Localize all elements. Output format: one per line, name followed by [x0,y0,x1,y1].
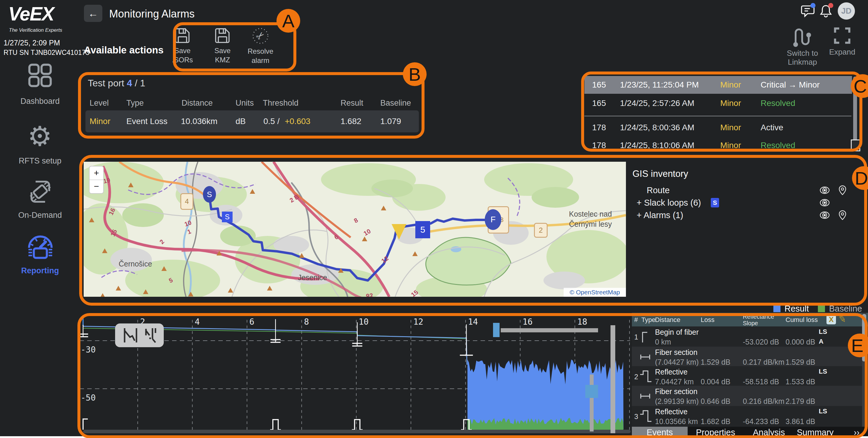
sidebar-item-on-demand[interactable]: On-Demand [0,178,80,223]
road-badge: 2 [534,223,548,238]
sidebar-item-label: On-Demand [0,211,80,220]
event-type-reflective-icon [640,410,653,424]
event-row[interactable]: 3 Reflective 10.03566 km 1.682 dB -64.23… [632,406,863,426]
col-loss: Loss [701,316,714,324]
forest-symbol [128,182,133,187]
trace-v-zoom-handle[interactable] [585,385,598,398]
event-row[interactable]: Fiber section (2.99139 km) 0.646 dB 0.21… [632,386,863,406]
locate-pin-icon[interactable] [838,185,847,197]
action-label: Save [215,47,231,55]
trace-pan-tool-icon[interactable] [144,327,158,345]
forest-symbol [116,286,121,291]
export-excel-icon[interactable]: X [827,315,836,324]
col-level: Level [90,98,109,108]
linkmap-icon [793,43,812,48]
alarm-group-divider [584,116,851,116]
route-map[interactable]: Černošice Jesenice Kostelec nad Černými … [84,162,626,297]
event-row[interactable]: 2 Reflective 7.04427 km 0.004 dB -58.518… [632,366,863,386]
svg-text:14: 14 [468,317,478,327]
event-type-reflective-icon [640,370,653,384]
visibility-eye-icon[interactable] [819,186,830,195]
avatar[interactable]: JD [838,2,855,20]
visibility-eye-icon[interactable] [819,211,830,220]
expand-icon [834,40,850,45]
route-start-marker[interactable]: S [203,186,216,203]
test-port-subport: / 1 [135,78,145,88]
zoom-out-button[interactable]: − [90,180,103,193]
slack-loop-marker-s[interactable]: S [222,211,232,222]
save-kmz-button[interactable]: Save KMZ [205,27,240,64]
forest-symbol [143,289,148,294]
trace-v-zoom-track[interactable] [590,375,594,432]
alarm-history-row[interactable]: 178 1/24/25, 8:00:36 AM Minor Active [584,119,852,137]
resolve-alarm-button[interactable]: ✂ Resolve alarm [243,27,278,65]
forest-symbol [102,249,107,253]
forest-symbol [338,268,343,273]
event-row[interactable]: Fiber section (7.04427 km) 1.529 dB 0.21… [632,347,863,366]
trace-zoom-tool-icon[interactable] [122,327,139,345]
trace-h-scroll-track[interactable] [501,328,598,332]
col-num: # [634,316,638,324]
action-label: KMZ [215,56,230,64]
osm-attribution[interactable]: © OpenStreetMap [564,288,626,297]
locate-pin-icon[interactable] [838,210,847,222]
zoom-in-button[interactable]: + [90,167,103,180]
gis-alarms-item[interactable]: + Alarms (1) [637,210,683,220]
notifications-badge [828,3,833,8]
map-zoom-control: + − [89,166,104,194]
alarm-history-row[interactable]: 165 1/23/25, 11:25:04 PM Minor Critical … [584,76,852,94]
svg-text:A: A [282,11,294,31]
col-result: Result [341,98,363,108]
gis-route-item[interactable]: Route [647,185,670,195]
gis-slack-loops-item[interactable]: + Slack loops (6) [637,198,701,208]
svg-text:18: 18 [577,317,587,327]
alarm-history-row[interactable]: 178 1/24/25, 8:10:06 AM Minor Resolved [584,137,852,154]
test-port-alarm-row[interactable]: Minor Event Loss 10.036km dB 0.5 / +0.60… [86,110,419,133]
trace-h-scroll-handle[interactable] [493,323,500,337]
trace-tools [115,323,164,347]
trace-legend: Result Baseline [753,304,862,313]
page-title: Monitoring Alarms [109,8,195,20]
switch-to-linkmap-button[interactable]: Switch to Linkmap [783,26,822,65]
action-label: .SORs [172,56,193,64]
result-swatch [773,305,780,312]
save-sors-button[interactable]: Save .SORs [165,27,200,64]
alarm-list-resize-handle[interactable] [851,140,860,151]
sidebar-item-reporting[interactable]: Reporting [0,233,80,278]
route-finish-marker[interactable]: F [485,209,501,230]
test-port-number: 4 [127,78,132,88]
road-badge: 4 [180,193,193,210]
back-button[interactable]: ← [84,5,102,22]
chart-bottom-scrollbar[interactable] [83,430,631,433]
slack-loop-marker-5[interactable]: 5 [415,221,430,238]
event-type-begin-icon [641,331,653,344]
switch-linkmap-label: Linkmap [788,58,817,66]
expand-button[interactable]: Expand [826,27,859,63]
sidebar-item-label: Dashboard [0,97,80,106]
messages-button[interactable] [801,4,816,19]
alarm-level: Minor [90,117,111,126]
resolve-alarm-icon: ✂ [252,27,269,45]
forest-symbol [217,251,222,256]
veex-tagline: The Verification Experts [9,27,62,33]
alarm-location-marker[interactable] [392,224,406,239]
visibility-eye-icon[interactable] [819,199,830,208]
forest-symbol [267,286,272,291]
gis-inventory-title: GIS inventory [632,169,688,179]
edit-pencil-icon[interactable]: ✎ [837,313,847,325]
baseline-swatch [818,305,825,312]
col-threshold: Threshold [263,98,299,108]
trace-cursor-bar[interactable] [611,325,615,433]
sidebar-item-rfts-setup[interactable]: ⚙ RFTS setup [0,123,80,168]
event-row[interactable]: 1 Begin of fiber 0 km -53.020 dB 0.000 d… [632,326,863,347]
notifications-button[interactable] [819,4,834,19]
events-scrollbar-thumb[interactable] [862,314,866,361]
map-town-label: Jesenice [298,273,327,282]
alarm-distance: 10.036km [181,117,217,126]
alarm-result: 1.682 [341,117,361,126]
alarm-list-scrollbar[interactable] [853,77,857,148]
legend-baseline-label: Baseline [829,304,862,314]
sidebar-item-dashboard[interactable]: Dashboard [0,62,80,106]
alarm-history-row[interactable]: 165 1/24/25, 2:57:26 AM Minor Resolved [584,94,852,112]
slack-loop-badge: S [711,198,719,207]
